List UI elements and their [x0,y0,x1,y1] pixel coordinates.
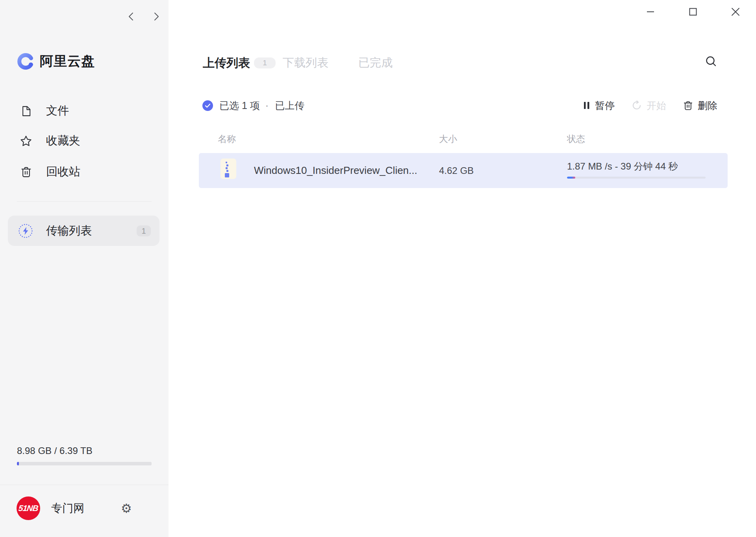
chevron-left-icon [126,11,137,22]
tab-upload-list[interactable]: 上传列表 1 [203,55,276,71]
tab-label: 上传列表 [203,55,250,71]
start-button[interactable]: 开始 [631,99,666,112]
file-status: 1.87 MB /s - 39 分钟 44 秒 [567,161,706,179]
delete-button[interactable]: 删除 [683,99,717,112]
star-icon [20,135,32,147]
storage-meter: 8.98 GB / 6.39 TB [17,445,152,465]
trash-icon [20,166,32,178]
restart-icon [631,100,642,111]
minimize-button[interactable] [642,3,659,20]
tab-completed[interactable]: 已完成 [358,55,393,71]
file-icon [20,105,32,117]
app-title: 阿里云盘 [40,52,95,70]
sidebar-item-label: 回收站 [46,164,80,180]
tab-label: 下载列表 [283,55,328,71]
transfer-speed-eta: 1.87 MB /s - 39 分钟 44 秒 [567,161,706,172]
51nb-logo: 51NB [17,496,40,520]
pause-label: 暂停 [595,99,615,112]
upload-count-badge: 1 [254,57,276,68]
minimize-icon [646,7,655,16]
sidebar-item-transfer-list[interactable]: 传输列表 1 [8,216,159,246]
selection-state-text: 已上传 [275,99,304,112]
zip-file-icon [220,159,236,179]
app-window: { "app": { "name": "阿里云盘" }, "sidebar": … [0,0,756,537]
settings-gear-icon[interactable]: ⚙ [120,502,133,515]
lightning-icon [18,223,33,239]
brand: 阿里云盘 [17,52,95,70]
close-icon [731,7,740,17]
aliyundrive-logo-icon [17,52,35,70]
file-size: 4.62 GB [439,153,474,188]
main-content: 上传列表 1 下载列表 已完成 已选 1 项 · [169,0,756,537]
storage-usage-text: 8.98 GB / 6.39 TB [17,445,152,456]
maximize-button[interactable] [684,3,702,20]
selection-toolbar: 已选 1 项 · 已上传 暂停 开始 [202,97,717,114]
column-header-size: 大小 [439,133,457,145]
back-button[interactable] [125,10,138,23]
forward-button[interactable] [150,10,162,23]
maximize-icon [689,7,697,16]
sidebar-divider [17,201,152,202]
51nb-logo-text: 51NB [18,504,39,513]
tab-label: 已完成 [358,55,393,71]
sidebar-item-favorites[interactable]: 收藏夹 [9,126,159,156]
delete-trash-icon [683,100,693,111]
column-header-name: 名称 [218,133,236,145]
upload-progress-bar [567,177,706,179]
chevron-right-icon [151,11,161,22]
action-buttons: 暂停 开始 [583,99,717,112]
tab-download-list[interactable]: 下载列表 [283,55,328,71]
start-label: 开始 [647,99,666,112]
sidebar-item-files[interactable]: 文件 [9,96,159,126]
search-button[interactable] [702,53,720,70]
delete-label: 删除 [698,99,717,112]
selection-info: 已选 1 项 · 已上传 [202,99,304,112]
file-name: Windows10_InsiderPreview_Clien... [254,153,417,188]
select-all-checkbox[interactable] [202,100,213,111]
sidebar-item-label: 传输列表 [46,223,92,239]
sidebar-footer-divider [0,485,169,485]
table-row[interactable]: Windows10_InsiderPreview_Clien... 4.62 G… [199,153,728,188]
history-nav [125,10,162,23]
sidebar-item-label: 文件 [46,103,69,119]
pause-icon [583,101,591,110]
site-label: 专门网 [51,501,84,516]
column-header-status: 状态 [567,133,585,145]
transfer-count-badge: 1 [137,225,151,236]
upload-progress-fill [567,177,575,179]
close-button[interactable] [727,3,744,20]
window-controls [642,3,744,20]
sidebar-item-recycle-bin[interactable]: 回收站 [9,157,159,187]
sidebar: 阿里云盘 文件 收藏夹 回收站 [0,0,169,537]
search-icon [704,54,718,68]
storage-progress-fill [17,462,19,465]
sidebar-footer: 51NB 专门网 ⚙ [17,496,152,520]
pause-button[interactable]: 暂停 [583,99,615,112]
sidebar-item-label: 收藏夹 [46,133,80,149]
transfer-tabs: 上传列表 1 下载列表 已完成 [203,54,393,72]
separator-dot: · [265,100,269,111]
storage-progress-bar [17,462,152,465]
table-header: 名称 大小 状态 [169,133,756,145]
selected-count-text: 已选 1 项 [219,99,260,112]
